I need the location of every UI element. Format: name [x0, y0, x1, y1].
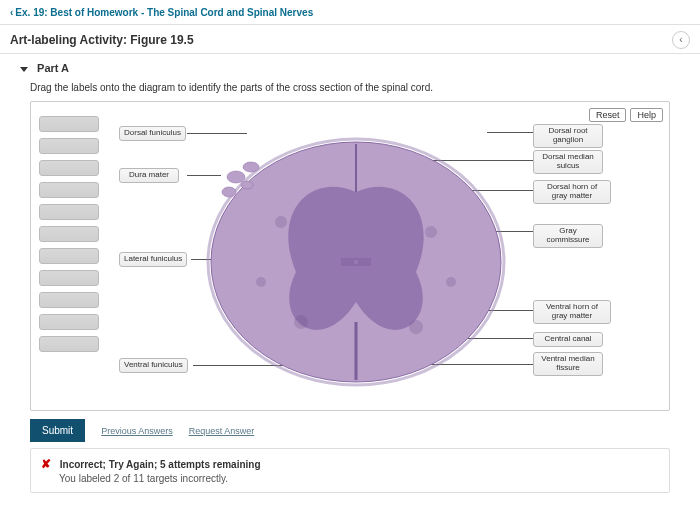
label-dura-mater[interactable]: Dura mater — [119, 168, 179, 183]
label-lateral-funiculus[interactable]: Lateral funiculus — [119, 252, 187, 267]
svg-rect-5 — [341, 258, 371, 266]
label-dorsal-funiculus[interactable]: Dorsal funiculus — [119, 126, 186, 141]
feedback-status: Incorrect; Try Again; 5 attempts remaini… — [60, 459, 261, 470]
label-dorsal-horn[interactable]: Dorsal horn of gray matter — [533, 180, 611, 204]
drop-slot[interactable] — [39, 248, 99, 264]
label-ventral-horn[interactable]: Ventral horn of gray matter — [533, 300, 611, 324]
label-drop-slots — [39, 116, 99, 352]
page-title: Art-labeling Activity: Figure 19.5 — [10, 33, 194, 47]
drop-slot[interactable] — [39, 116, 99, 132]
svg-point-6 — [275, 216, 287, 228]
label-dorsal-median-sulcus[interactable]: Dorsal median sulcus — [533, 150, 603, 174]
feedback-detail: You labeled 2 of 11 targets incorrectly. — [59, 473, 659, 484]
svg-point-14 — [222, 187, 236, 197]
drop-slot[interactable] — [39, 336, 99, 352]
drop-slot[interactable] — [39, 138, 99, 154]
svg-point-12 — [227, 171, 245, 183]
label-ventral-median-fissure[interactable]: Ventral median fissure — [533, 352, 603, 376]
drop-slot[interactable] — [39, 270, 99, 286]
instructions-text: Drag the labels onto the diagram to iden… — [0, 78, 700, 101]
label-ventral-funiculus[interactable]: Ventral funiculus — [119, 358, 188, 373]
svg-point-15 — [241, 181, 253, 189]
collapse-caret-icon — [20, 67, 28, 72]
label-dorsal-root-ganglion[interactable]: Dorsal root ganglion — [533, 124, 603, 148]
next-page-button[interactable]: ‹ — [672, 31, 690, 49]
svg-point-9 — [409, 320, 423, 334]
diagram-workspace: Reset Help Dorsal funiculus Dura mater L… — [30, 101, 670, 411]
drop-slot[interactable] — [39, 204, 99, 220]
feedback-box: ✘ Incorrect; Try Again; 5 attempts remai… — [30, 448, 670, 493]
submit-button[interactable]: Submit — [30, 419, 85, 442]
svg-point-10 — [256, 277, 266, 287]
drop-slot[interactable] — [39, 292, 99, 308]
reset-button[interactable]: Reset — [589, 108, 627, 122]
svg-point-11 — [446, 277, 456, 287]
breadcrumb[interactable]: Ex. 19: Best of Homework - The Spinal Co… — [10, 7, 313, 18]
drop-slot[interactable] — [39, 182, 99, 198]
drop-slot[interactable] — [39, 160, 99, 176]
part-label: Part A — [37, 62, 69, 74]
request-answer-link[interactable]: Request Answer — [189, 426, 255, 436]
label-gray-commissure[interactable]: Gray commissure — [533, 224, 603, 248]
drop-slot[interactable] — [39, 314, 99, 330]
svg-point-8 — [294, 315, 308, 329]
help-button[interactable]: Help — [630, 108, 663, 122]
svg-point-13 — [243, 162, 259, 172]
drop-slot[interactable] — [39, 226, 99, 242]
part-header[interactable]: Part A — [0, 54, 700, 78]
incorrect-icon: ✘ — [41, 457, 51, 471]
spinal-cord-svg — [201, 122, 511, 397]
label-central-canal[interactable]: Central canal — [533, 332, 603, 347]
svg-point-7 — [425, 226, 437, 238]
previous-answers-link[interactable]: Previous Answers — [101, 426, 173, 436]
spinal-cord-diagram — [201, 122, 511, 397]
